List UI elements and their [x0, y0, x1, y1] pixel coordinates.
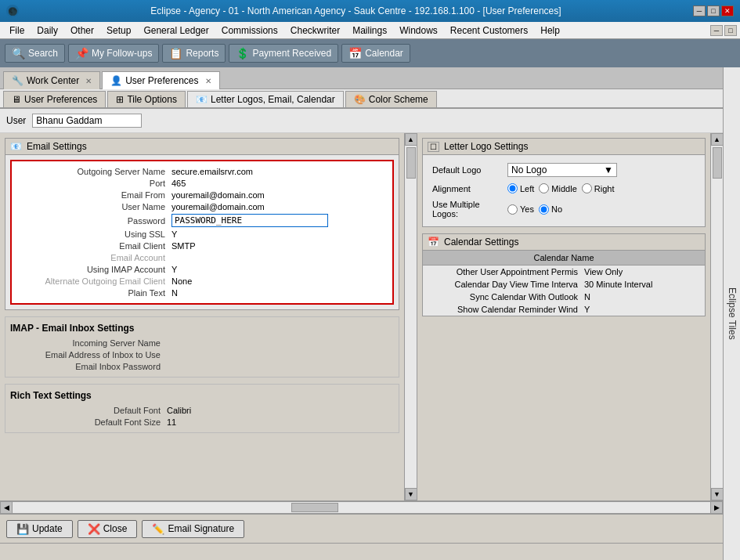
- align-right-option[interactable]: Right: [582, 183, 615, 193]
- email-settings-form: Outgoing Server Name secure.emailsrvr.co…: [10, 160, 394, 305]
- calendar-row-2: Sync Calendar With Outlook N: [423, 291, 705, 303]
- subtab-letterlogos-label: Letter Logos, Email, Calendar: [211, 94, 335, 105]
- subtab-colorscheme[interactable]: 🎨 Color Scheme: [345, 91, 437, 107]
- update-button[interactable]: 💾 Update: [6, 520, 73, 538]
- field-email-client-value: SMTP: [171, 241, 389, 251]
- left-scrollbar: ▲ ▼: [404, 133, 417, 500]
- menu-daily[interactable]: Daily: [31, 23, 64, 38]
- menu-commissions[interactable]: Commissions: [215, 23, 284, 38]
- search-icon: 🔍: [12, 47, 25, 60]
- panels-container: 📧 Email Settings Outgoing Server Name se…: [0, 133, 723, 500]
- letter-logo-header: ☐ Letter Logo Settings: [423, 139, 705, 155]
- reports-button[interactable]: 📋 Reports: [162, 44, 226, 63]
- field-email-client: Email Client SMTP: [15, 241, 389, 251]
- calendar-header: 📅 Calendar Settings: [423, 234, 705, 251]
- subtab-letterlogos[interactable]: 📧 Letter Logos, Email, Calendar: [187, 91, 344, 107]
- workcenter-close[interactable]: ✕: [85, 77, 92, 85]
- align-left-radio[interactable]: [507, 183, 518, 193]
- calendar-label: Calendar: [365, 48, 403, 59]
- multiple-logos-options: Yes No: [507, 204, 562, 215]
- scroll-down-btn[interactable]: ▼: [405, 488, 417, 500]
- logos-yes-radio[interactable]: [507, 204, 518, 215]
- field-default-font-size: Default Font Size 11: [10, 417, 394, 427]
- field-default-font: Default Font Calibri: [10, 406, 394, 415]
- subtab-colorscheme-icon: 🎨: [354, 94, 366, 105]
- close-button[interactable]: ✕: [721, 5, 734, 16]
- imap-section: IMAP - Email Inbox Settings Incoming Ser…: [5, 316, 399, 378]
- rscroll-down-btn[interactable]: ▼: [711, 488, 724, 500]
- sub-tab-strip: 🖥 User Preferences ⊞ Tile Options 📧 Lett…: [0, 89, 723, 109]
- minimize-button[interactable]: ─: [693, 5, 706, 16]
- workcenter-icon: 🔧: [12, 75, 23, 86]
- menu-restore[interactable]: □: [724, 25, 737, 36]
- scroll-thumb[interactable]: [406, 147, 416, 179]
- align-middle-option[interactable]: Middle: [539, 183, 576, 193]
- menu-general-ledger[interactable]: General Ledger: [137, 23, 215, 38]
- calendar-row-3-value: Y: [584, 305, 590, 314]
- logo-select[interactable]: No Logo ▼: [507, 163, 617, 177]
- logos-no-option[interactable]: No: [539, 204, 562, 215]
- field-password-label: Password: [15, 216, 171, 226]
- logos-no-radio[interactable]: [539, 204, 549, 215]
- subtab-userprefs-icon: 🖥: [12, 94, 21, 105]
- status-bar: [0, 543, 723, 560]
- logos-yes-option[interactable]: Yes: [507, 204, 534, 215]
- update-label: Update: [32, 523, 63, 534]
- maximize-button[interactable]: □: [707, 5, 720, 16]
- close-button[interactable]: ❌ Close: [78, 520, 138, 538]
- letter-logo-label: Letter Logo Settings: [444, 141, 528, 152]
- menu-other[interactable]: Other: [64, 23, 100, 38]
- calendar-row-1-value: 30 Minute Interval: [584, 280, 652, 289]
- userprefs-close[interactable]: ✕: [205, 77, 211, 85]
- scroll-track: [405, 146, 417, 488]
- field-email-inbox-address: Email Address of Inbox to Use: [10, 350, 394, 359]
- email-signature-button[interactable]: ✏️ Email Signature: [142, 520, 244, 538]
- menu-help[interactable]: Help: [534, 23, 566, 38]
- field-password-input[interactable]: [171, 214, 328, 227]
- hscroll-right-btn[interactable]: ▶: [710, 501, 723, 514]
- logo-dropdown-icon[interactable]: ▼: [604, 164, 613, 175]
- followups-button[interactable]: 📌 My Follow-ups: [68, 44, 159, 63]
- tab-workcenter[interactable]: 🔧 Work Center ✕: [3, 71, 100, 89]
- scroll-up-btn[interactable]: ▲: [405, 133, 417, 146]
- left-panel: 📧 Email Settings Outgoing Server Name se…: [0, 133, 404, 500]
- close-label: Close: [103, 523, 128, 534]
- menu-setup[interactable]: Setup: [100, 23, 137, 38]
- menu-file[interactable]: File: [3, 23, 31, 38]
- hscroll-thumb[interactable]: [291, 503, 338, 512]
- search-button[interactable]: 🔍 Search: [5, 44, 65, 63]
- user-select[interactable]: Bhanu Gaddam: [32, 114, 142, 128]
- subtab-tileoptions-label: Tile Options: [127, 94, 177, 105]
- field-port: Port 465: [15, 179, 389, 188]
- calendar-row-0-label: Other User Appointment Permis: [428, 267, 584, 276]
- menu-recent-customers[interactable]: Recent Customers: [444, 23, 534, 38]
- field-inbox-password: Email Inbox Password: [10, 362, 394, 371]
- menu-mailings[interactable]: Mailings: [346, 23, 393, 38]
- align-right-radio[interactable]: [582, 183, 592, 193]
- eclipse-tiles-tab[interactable]: Eclipse Tiles: [723, 67, 740, 560]
- rscroll-up-btn[interactable]: ▲: [711, 133, 724, 146]
- subtab-tileoptions-icon: ⊞: [116, 94, 124, 105]
- letter-logo-checkbox[interactable]: ☐: [428, 142, 439, 152]
- payment-button[interactable]: 💲 Payment Received: [229, 44, 338, 63]
- logo-default-label: Default Logo: [432, 165, 503, 175]
- main-wrapper: 🌑 Eclipse - Agency - 01 - North American…: [0, 0, 740, 560]
- field-email-account-label: Email Account: [15, 253, 171, 262]
- field-alt-client-value: None: [171, 276, 389, 286]
- rscroll-thumb[interactable]: [713, 147, 722, 179]
- subtab-tileoptions[interactable]: ⊞ Tile Options: [107, 91, 186, 107]
- align-middle-radio[interactable]: [539, 183, 549, 193]
- field-plain-text-value: N: [171, 288, 389, 298]
- field-port-value: 465: [171, 179, 389, 188]
- menu-checkwriter[interactable]: Checkwriter: [284, 23, 346, 38]
- tab-userprefs[interactable]: 👤 User Preferences ✕: [102, 71, 219, 89]
- calendar-button[interactable]: 📅 Calendar: [341, 44, 410, 63]
- field-ssl-label: Using SSL: [15, 229, 171, 239]
- subtab-userprefs[interactable]: 🖥 User Preferences: [3, 91, 106, 107]
- email-settings-section: 📧 Email Settings Outgoing Server Name se…: [5, 138, 399, 310]
- hscroll-left-btn[interactable]: ◀: [0, 501, 13, 514]
- menu-minimize[interactable]: ─: [710, 25, 723, 36]
- field-ssl: Using SSL Y: [15, 229, 389, 239]
- menu-windows[interactable]: Windows: [393, 23, 444, 38]
- align-left-option[interactable]: Left: [507, 183, 534, 193]
